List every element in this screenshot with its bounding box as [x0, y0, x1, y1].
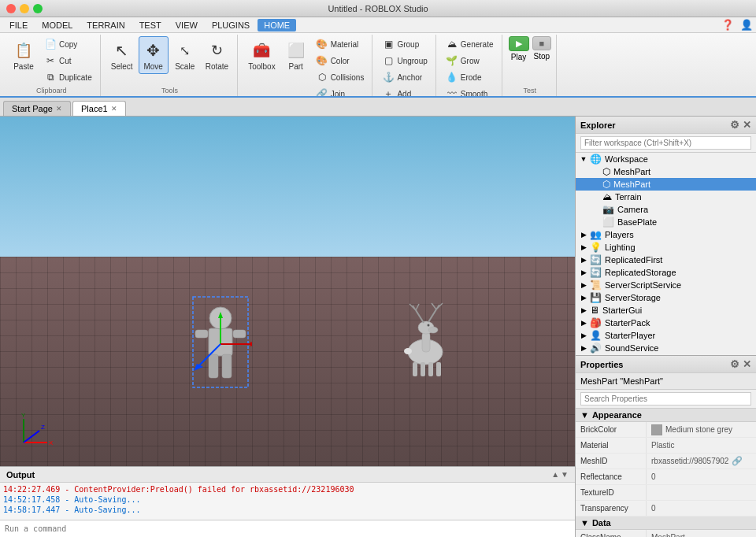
explorer-close-icon[interactable]: ✕ — [743, 119, 751, 131]
add-icon: ＋ — [382, 87, 395, 98]
tree-item-soundservice[interactable]: ▶ 🔊 SoundService — [576, 342, 756, 354]
cut-button[interactable]: ✂ Cut — [41, 53, 75, 69]
scale-button[interactable]: ⤡ Scale — [170, 36, 200, 74]
menu-test[interactable]: TEST — [133, 19, 168, 31]
starterpack-icon: 🎒 — [590, 317, 602, 328]
tab-place1[interactable]: Place1 ✕ — [72, 101, 126, 116]
command-bar[interactable] — [0, 520, 575, 537]
appearance-expand-icon[interactable]: ▼ — [580, 410, 589, 420]
titlebar: Untitled - ROBLOX Studio — [0, 0, 756, 17]
workspace-label: Workspace — [605, 154, 648, 164]
prop-transparency: Transparency 0 — [576, 501, 756, 517]
smooth-button[interactable]: 〰 Smooth — [443, 86, 491, 98]
menu-view[interactable]: VIEW — [169, 19, 204, 31]
lighting-expand[interactable]: ▶ — [579, 243, 588, 251]
close-button[interactable] — [6, 4, 16, 13]
tab-start-page[interactable]: Start Page ✕ — [3, 101, 71, 116]
tree-item-serverscriptservice[interactable]: ▶ 📜 ServerScriptService — [576, 279, 756, 291]
menu-home[interactable]: HOME — [258, 19, 296, 31]
prop-textureid-value — [647, 485, 756, 500]
menu-model[interactable]: MODEL — [35, 19, 79, 31]
copy-button[interactable]: 📄 Copy — [41, 36, 80, 52]
cut-icon: ✂ — [44, 54, 57, 67]
serverscriptservice-expand[interactable]: ▶ — [579, 281, 588, 289]
menu-plugins[interactable]: PLUGINS — [206, 19, 256, 31]
tree-item-lighting[interactable]: ▶ 💡 Lighting — [576, 241, 756, 254]
workspace-expand[interactable]: ▼ — [579, 155, 588, 163]
join-button[interactable]: 🔗 Join — [313, 86, 348, 98]
tab-close-place1[interactable]: ✕ — [111, 105, 117, 113]
part-button[interactable]: ⬜ Part — [281, 36, 311, 74]
group-button[interactable]: ▣ Group — [379, 36, 422, 52]
output-scroll-up[interactable]: ▲ — [551, 470, 559, 479]
tree-item-startergui[interactable]: ▶ 🖥 StarterGui — [576, 304, 756, 317]
menu-file[interactable]: FILE — [3, 19, 34, 31]
tree-item-starterplayer[interactable]: ▶ 👤 StarterPlayer — [576, 329, 756, 342]
play-icon: ▶ — [516, 39, 522, 48]
generate-button[interactable]: ⛰ Generate — [443, 36, 497, 52]
tree-item-replicatedstorage[interactable]: ▶ 🔄 ReplicatedStorage — [576, 266, 756, 279]
explorer-search-input[interactable] — [580, 136, 751, 150]
tree-item-camera[interactable]: ▶ 📷 Camera — [576, 203, 756, 216]
svg-marker-30 — [194, 364, 203, 371]
command-input[interactable] — [5, 524, 570, 533]
output-line-1: 14:52:17.458 - Auto-Saving... — [3, 494, 572, 505]
minimize-button[interactable] — [20, 4, 29, 13]
collisions-button[interactable]: ⬡ Collisions — [313, 69, 368, 85]
add-button[interactable]: ＋ Add — [379, 86, 414, 98]
output-scroll-down[interactable]: ▼ — [561, 470, 569, 479]
replicatedfirst-expand[interactable]: ▶ — [579, 256, 588, 264]
play-button[interactable]: ▶ — [509, 36, 529, 51]
starterpack-expand[interactable]: ▶ — [579, 319, 588, 327]
output-line-0: 14:22:27.469 - ContentProvider:Preload()… — [3, 484, 572, 494]
material-button[interactable]: 🎨 Material — [313, 36, 362, 52]
meshid-link-icon[interactable]: 🔗 — [732, 456, 743, 466]
data-expand-icon[interactable]: ▼ — [580, 518, 589, 528]
ungroup-button[interactable]: ▢ Ungroup — [379, 53, 430, 69]
replicatedstorage-expand[interactable]: ▶ — [579, 268, 588, 276]
scale-icon: ⤡ — [174, 39, 196, 61]
startergui-label: StarterGui — [602, 306, 642, 315]
tab-close-start-page[interactable]: ✕ — [56, 105, 62, 113]
properties-close-icon[interactable]: ✕ — [743, 358, 751, 370]
help-icon[interactable]: ❓ — [721, 19, 734, 31]
tree-item-players[interactable]: ▶ 👥 Players — [576, 228, 756, 241]
tree-item-meshpart1[interactable]: ▶ ⬡ MeshPart — [576, 165, 756, 178]
properties-settings-icon[interactable]: ⚙ — [730, 358, 739, 370]
startergui-icon: 🖥 — [590, 305, 599, 316]
explorer-settings-icon[interactable]: ⚙ — [730, 119, 739, 131]
starterplayer-expand[interactable]: ▶ — [579, 331, 588, 339]
account-icon[interactable]: 👤 — [740, 19, 753, 31]
anchor-button[interactable]: ⚓ Anchor — [379, 69, 425, 85]
duplicate-button[interactable]: ⧉ Duplicate — [41, 69, 95, 85]
players-expand[interactable]: ▶ — [579, 231, 588, 239]
properties-search-input[interactable] — [580, 392, 751, 406]
svg-text:Y: Y — [21, 412, 26, 419]
tree-item-terrain[interactable]: ▶ ⛰ Terrain — [576, 191, 756, 203]
select-button[interactable]: ↖ Select — [107, 36, 137, 74]
grow-button[interactable]: 🌱 Grow — [443, 53, 483, 69]
tree-item-replicatedfirst[interactable]: ▶ 🔄 ReplicatedFirst — [576, 254, 756, 266]
tree-item-workspace[interactable]: ▼ 🌐 Workspace — [576, 153, 756, 165]
move-button[interactable]: ✥ Move — [139, 36, 169, 74]
maximize-button[interactable] — [33, 4, 43, 13]
stop-button[interactable]: ■ — [532, 36, 552, 50]
properties-search[interactable] — [576, 390, 756, 409]
explorer-search[interactable] — [576, 134, 756, 153]
rotate-button[interactable]: ↻ Rotate — [202, 36, 232, 74]
paste-icon: 📋 — [13, 39, 35, 61]
tree-item-meshpart2[interactable]: ▶ ⬡ MeshPart — [576, 178, 756, 191]
menu-terrain[interactable]: TERRAIN — [80, 19, 131, 31]
startergui-expand[interactable]: ▶ — [579, 306, 588, 314]
serverstorage-expand[interactable]: ▶ — [579, 294, 588, 302]
tree-item-serverstorage[interactable]: ▶ 💾 ServerStorage — [576, 291, 756, 304]
terrain-sub-buttons: ⛰ Generate 🌱 Grow 💧 Erode 〰 Smooth — [443, 36, 497, 98]
paste-button[interactable]: 📋 Paste — [8, 36, 39, 74]
toolbox-button[interactable]: 🧰 Toolbox — [244, 36, 279, 74]
viewport-canvas[interactable]: X Y Z — [0, 117, 575, 466]
tree-item-baseplate[interactable]: ▶ ⬜ BasePlate — [576, 216, 756, 228]
soundservice-expand[interactable]: ▶ — [579, 344, 588, 352]
erode-button[interactable]: 💧 Erode — [443, 69, 485, 85]
color-button[interactable]: 🎨 Color — [313, 53, 353, 69]
tree-item-starterpack[interactable]: ▶ 🎒 StarterPack — [576, 317, 756, 329]
